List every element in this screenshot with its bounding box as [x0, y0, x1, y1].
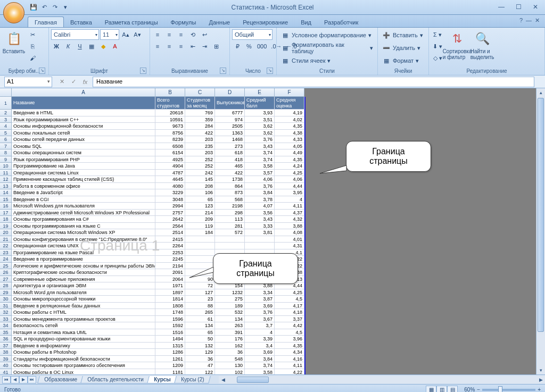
- cell-F20[interactable]: 4,08: [275, 229, 304, 236]
- cell-F8[interactable]: 4,49: [275, 149, 304, 156]
- close-workbook[interactable]: ✕: [535, 17, 540, 24]
- cell-C6[interactable]: 203: [185, 136, 215, 143]
- cell-E20[interactable]: 3,81: [245, 229, 275, 236]
- cell-A4[interactable]: Основы информационной безопасности: [12, 123, 155, 130]
- increase-indent[interactable]: ⇥: [199, 41, 210, 52]
- cell-B33[interactable]: 1596: [155, 316, 185, 323]
- cell-A14[interactable]: Введение в JavaScript: [12, 189, 155, 196]
- horizontal-scrollbar[interactable]: ◀ ▶: [219, 376, 545, 383]
- cell-B9[interactable]: 4925: [155, 156, 185, 163]
- row-header-9[interactable]: 9: [0, 156, 12, 163]
- zoom-in[interactable]: +: [538, 387, 541, 392]
- zoom-slider[interactable]: [482, 389, 535, 391]
- fill[interactable]: ⬇ ▾: [431, 41, 444, 52]
- cell-B3[interactable]: 10591: [155, 116, 185, 123]
- cell-C30[interactable]: 23: [185, 296, 215, 303]
- cell-D39[interactable]: 548: [215, 356, 245, 363]
- cell-E18[interactable]: 3,43: [245, 216, 275, 223]
- cell-D11[interactable]: 422: [215, 170, 245, 177]
- grow-font[interactable]: A▴: [120, 29, 131, 40]
- cell-A31[interactable]: Введение в реляционные базы данных: [12, 303, 155, 310]
- minimize-button[interactable]: —: [495, 2, 508, 12]
- cell-B17[interactable]: 2757: [155, 210, 185, 216]
- cell-B19[interactable]: 2564: [155, 223, 185, 230]
- cell-C21[interactable]: [185, 236, 215, 243]
- tab-developer[interactable]: Разработчик: [318, 17, 365, 27]
- cell-F37[interactable]: 4,35: [275, 343, 304, 349]
- row-header-32[interactable]: 32: [0, 309, 12, 316]
- row-header-6[interactable]: 6: [0, 136, 12, 143]
- row-header-35[interactable]: 35: [0, 329, 12, 336]
- col-header-A[interactable]: A: [12, 88, 155, 96]
- close-button[interactable]: ✕: [529, 2, 542, 12]
- font-size-combo[interactable]: 11: [100, 29, 119, 40]
- cell-A17[interactable]: Администрирование сетей Microsoft Window…: [12, 210, 155, 216]
- col-header-E[interactable]: E: [245, 88, 275, 96]
- cell-C23[interactable]: [185, 249, 215, 256]
- row-header-27[interactable]: 27: [0, 276, 12, 283]
- cell-D14[interactable]: 873: [215, 189, 245, 196]
- select-all[interactable]: [0, 88, 12, 97]
- scroll-up[interactable]: ▴: [536, 88, 545, 97]
- header-cell[interactable]: Выпускников: [215, 97, 245, 110]
- row-header-13[interactable]: 13: [0, 183, 12, 190]
- cell-B2[interactable]: 20618: [155, 110, 185, 116]
- cell-B35[interactable]: 1516: [155, 329, 185, 336]
- cell-A16[interactable]: Microsoft Windows для пользователя: [12, 203, 155, 210]
- sheet-nav-first[interactable]: ⏮: [2, 376, 11, 383]
- cell-D36[interactable]: 176: [215, 336, 245, 343]
- font-color[interactable]: A: [110, 41, 120, 52]
- qat-undo[interactable]: ↶: [39, 3, 49, 12]
- sheet-nav-last[interactable]: ⏭: [28, 376, 36, 383]
- clipboard-launcher[interactable]: ↘: [39, 68, 45, 74]
- cell-A18[interactable]: Основы программирования на C#: [12, 216, 155, 223]
- insert-cells[interactable]: ➕Вставить ▾: [380, 29, 425, 41]
- row-header-31[interactable]: 31: [0, 303, 12, 310]
- cell-E8[interactable]: 3,74: [245, 149, 275, 156]
- cell-C39[interactable]: 36: [185, 356, 215, 363]
- cell-F35[interactable]: 4,5: [275, 329, 304, 336]
- sheet-tab-0[interactable]: Образование: [37, 376, 84, 383]
- row-header-20[interactable]: 20: [0, 229, 12, 236]
- cell-F16[interactable]: 4,11: [275, 203, 304, 210]
- cell-B36[interactable]: 1494: [155, 336, 185, 343]
- wrap-text[interactable]: ↩: [199, 29, 210, 40]
- cell-E30[interactable]: 3,87: [245, 296, 275, 303]
- header-cell[interactable]: Студентов за месяц: [185, 97, 215, 110]
- cell-F7[interactable]: 4,05: [275, 143, 304, 150]
- cell-D5[interactable]: 1363: [215, 130, 245, 137]
- cell-C16[interactable]: 123: [185, 203, 215, 210]
- cell-D8[interactable]: 618: [215, 149, 245, 156]
- cell-F5[interactable]: 4,38: [275, 130, 304, 137]
- cell-C4[interactable]: 284: [185, 123, 215, 130]
- cell-C19[interactable]: 119: [185, 223, 215, 230]
- cell-E41[interactable]: 3,58: [245, 369, 275, 375]
- cell-B38[interactable]: 1286: [155, 349, 185, 356]
- cell-A9[interactable]: Язык программирования PHP: [12, 156, 155, 163]
- qat-redo[interactable]: ↷: [50, 3, 60, 12]
- view-page-layout[interactable]: ▥: [436, 386, 447, 393]
- minimize-ribbon[interactable]: —: [526, 17, 532, 24]
- qat-save[interactable]: 💾: [29, 3, 38, 12]
- zoom-out[interactable]: −: [477, 387, 480, 392]
- cell-F12[interactable]: 4,06: [275, 176, 304, 183]
- cell-F14[interactable]: 3,95: [275, 189, 304, 196]
- zoom-level[interactable]: 60%: [464, 387, 475, 392]
- font-launcher[interactable]: ↘: [140, 68, 146, 74]
- cell-F21[interactable]: 4,01: [275, 236, 304, 243]
- cell-B37[interactable]: 1315: [155, 343, 185, 349]
- cell-A12[interactable]: Применение каскадных таблиц стилей (CSS): [12, 176, 155, 183]
- office-button[interactable]: [3, 2, 24, 23]
- cell-F22[interactable]: 4,31: [275, 243, 304, 249]
- cell-C31[interactable]: 88: [185, 303, 215, 310]
- cell-F33[interactable]: 3,37: [275, 316, 304, 323]
- currency[interactable]: ₽: [232, 41, 243, 52]
- cell-B10[interactable]: 4904: [155, 163, 185, 170]
- cell-B41[interactable]: 1181: [155, 369, 185, 375]
- cell-A7[interactable]: Основы SQL: [12, 143, 155, 150]
- row-header-11[interactable]: 11: [0, 170, 12, 177]
- row-header-41[interactable]: 41: [0, 369, 12, 375]
- cell-B25[interactable]: 2194: [155, 263, 185, 270]
- cell-B14[interactable]: 3229: [155, 189, 185, 196]
- cell-C11[interactable]: 242: [185, 170, 215, 177]
